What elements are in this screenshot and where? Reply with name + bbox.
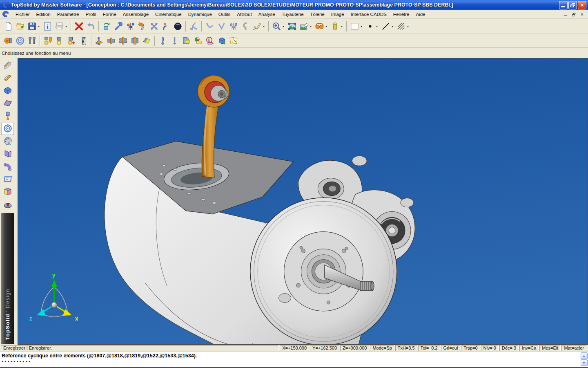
element-parameters-button[interactable] bbox=[125, 21, 136, 32]
crank-cover[interactable] bbox=[250, 197, 397, 344]
swap-arrows-button[interactable] bbox=[149, 21, 160, 32]
exclamation-thin-button[interactable] bbox=[169, 35, 180, 46]
document-logo-icon[interactable] bbox=[2, 11, 9, 18]
analyze-figure-button[interactable] bbox=[160, 21, 172, 32]
constraint-plates-1-button[interactable] bbox=[106, 35, 117, 46]
sidebar-tool-mold-shell-button[interactable] bbox=[1, 186, 14, 198]
dropdown-arrow-icon[interactable]: ▾ bbox=[282, 25, 285, 28]
restore-button[interactable] bbox=[568, 1, 577, 9]
sidebar-tool-curve-pencil-button[interactable] bbox=[1, 72, 14, 84]
menu-fenetre[interactable]: Fenêtre bbox=[390, 11, 413, 18]
viewport-3d[interactable]: y z x bbox=[18, 58, 588, 345]
turn-machine-button[interactable] bbox=[3, 35, 14, 46]
bom-document-button[interactable] bbox=[181, 35, 192, 46]
include-component-button[interactable] bbox=[42, 35, 53, 46]
sidebar-tool-dome-tool-button[interactable] bbox=[1, 199, 14, 211]
menu-profil[interactable]: Profil bbox=[82, 11, 99, 18]
menu-aide[interactable]: Aide bbox=[413, 11, 429, 18]
zoom-plus-button[interactable]: ▾ bbox=[271, 21, 286, 32]
open-folder-button[interactable] bbox=[15, 21, 26, 32]
menu-image[interactable]: Image bbox=[328, 11, 347, 18]
menu-interface-cadds[interactable]: Interface CADDS bbox=[347, 11, 390, 18]
menu-attribut[interactable]: Attribut bbox=[234, 11, 255, 18]
menu-edition[interactable]: Édition bbox=[33, 11, 54, 18]
assembly-rings-button[interactable] bbox=[15, 35, 26, 46]
constraint-plates-2-button[interactable] bbox=[118, 35, 129, 46]
new-document-button[interactable] bbox=[3, 21, 14, 32]
dropdown-arrow-icon[interactable]: ▾ bbox=[340, 25, 343, 28]
bend-arrow-button[interactable] bbox=[204, 21, 215, 32]
inspect-component-button[interactable] bbox=[205, 35, 216, 46]
scroll-up-button[interactable]: ▲ bbox=[581, 352, 588, 359]
menu-cinematique[interactable]: Cinématique bbox=[152, 11, 185, 18]
sidebar-tool-machining-piston-button[interactable] bbox=[1, 110, 14, 122]
menu-tuyauterie[interactable]: Tuyauterie bbox=[278, 11, 307, 18]
machining-piston-icon bbox=[3, 111, 13, 122]
origin-arrows-button[interactable]: 0 bbox=[188, 21, 199, 32]
check-arrow-button[interactable] bbox=[216, 21, 227, 32]
child-close-button[interactable]: × bbox=[579, 11, 586, 17]
dropdown-arrow-icon[interactable]: ▾ bbox=[325, 25, 328, 28]
sidebar-tool-surface-tool-button[interactable] bbox=[1, 97, 14, 110]
stats-document-button[interactable] bbox=[193, 35, 204, 46]
sidebar-tool-assembly-target-button[interactable] bbox=[1, 123, 14, 135]
color-swatch-button[interactable]: ▾ bbox=[349, 21, 364, 32]
dropdown-arrow-icon[interactable]: ▾ bbox=[262, 25, 265, 28]
dropdown-arrow-icon[interactable]: ▾ bbox=[391, 25, 394, 28]
minimize-button[interactable] bbox=[559, 1, 568, 9]
cylinder-style-button[interactable]: ▾ bbox=[330, 21, 344, 32]
lasso-button[interactable] bbox=[240, 21, 251, 32]
menu-assemblage[interactable]: Assemblage bbox=[120, 11, 152, 18]
edit-element-button[interactable] bbox=[101, 21, 112, 32]
delete-button[interactable] bbox=[74, 21, 85, 32]
dropdown-arrow-icon[interactable]: ▾ bbox=[309, 25, 312, 28]
menu-outils[interactable]: Outils bbox=[215, 11, 234, 18]
bolt-gauge-button[interactable] bbox=[78, 35, 89, 46]
dropdown-arrow-icon[interactable]: ▾ bbox=[37, 25, 40, 28]
rebuild-hammer-button[interactable] bbox=[137, 21, 148, 32]
positioning-hammer-button[interactable] bbox=[94, 35, 105, 46]
menu-dynamique[interactable]: Dynamique bbox=[185, 11, 215, 18]
bolt-pair-button[interactable] bbox=[27, 35, 38, 46]
menu-tolerie[interactable]: Tôlerie bbox=[307, 11, 328, 18]
fit-view-button[interactable] bbox=[287, 21, 298, 32]
sidebar-tool-solid-cube-button[interactable] bbox=[1, 85, 14, 97]
menu-fichier[interactable]: Fichier bbox=[12, 11, 33, 18]
hatch-style-button[interactable]: ▾ bbox=[396, 21, 410, 32]
point-style-button[interactable]: ▾ bbox=[365, 21, 379, 32]
dropdown-arrow-icon[interactable]: ▾ bbox=[65, 25, 68, 28]
sidebar-tool-piping-elbow-button[interactable] bbox=[1, 161, 14, 173]
include-new-button[interactable] bbox=[66, 35, 77, 46]
print-button[interactable]: ▾ bbox=[54, 21, 69, 32]
dropdown-arrow-icon[interactable]: ▾ bbox=[406, 25, 410, 28]
sidebar-tool-sketch-pencil-button[interactable] bbox=[1, 59, 14, 72]
document-info-button[interactable]: i bbox=[42, 21, 53, 32]
undo-button[interactable] bbox=[85, 21, 96, 32]
sidebar-tool-attributes-palette-button[interactable] bbox=[1, 135, 14, 148]
menu-analyse[interactable]: Analyse bbox=[255, 11, 278, 18]
dropdown-arrow-icon[interactable]: ▾ bbox=[375, 25, 379, 28]
child-minimize-button[interactable] bbox=[562, 11, 569, 17]
sliders-blue-button[interactable] bbox=[228, 21, 239, 32]
sidebar-tool-drafting-frame-button[interactable] bbox=[1, 173, 14, 186]
dropdown-arrow-icon[interactable]: ▾ bbox=[360, 25, 363, 28]
close-button[interactable]: × bbox=[578, 1, 586, 9]
modify-wrench-button[interactable] bbox=[113, 21, 124, 32]
exclamation-thick-button[interactable] bbox=[157, 35, 168, 46]
save-button[interactable]: ▾ bbox=[27, 21, 41, 32]
pan-view-button[interactable]: ▾ bbox=[298, 21, 313, 32]
export-cube-button[interactable] bbox=[216, 35, 227, 46]
notes-button[interactable] bbox=[228, 35, 239, 46]
constraint-plates-3-button[interactable] bbox=[129, 35, 140, 46]
line-style-button[interactable]: ▾ bbox=[380, 21, 395, 32]
folded-sheet-button[interactable] bbox=[141, 35, 152, 46]
render-glasses-button[interactable]: ▾ bbox=[314, 21, 329, 32]
scroll-down-button[interactable]: ▼ bbox=[581, 359, 588, 366]
child-restore-button[interactable] bbox=[570, 11, 577, 17]
shade-sphere-button[interactable] bbox=[172, 21, 183, 32]
dynamic-sketch-button[interactable]: ▾ bbox=[252, 21, 266, 32]
include-ring-button[interactable] bbox=[54, 35, 65, 46]
sidebar-tool-sheetmetal-corner-button[interactable] bbox=[1, 148, 14, 160]
menu-forme[interactable]: Forme bbox=[100, 11, 120, 18]
menu-parametre[interactable]: Paramètre bbox=[54, 11, 82, 18]
